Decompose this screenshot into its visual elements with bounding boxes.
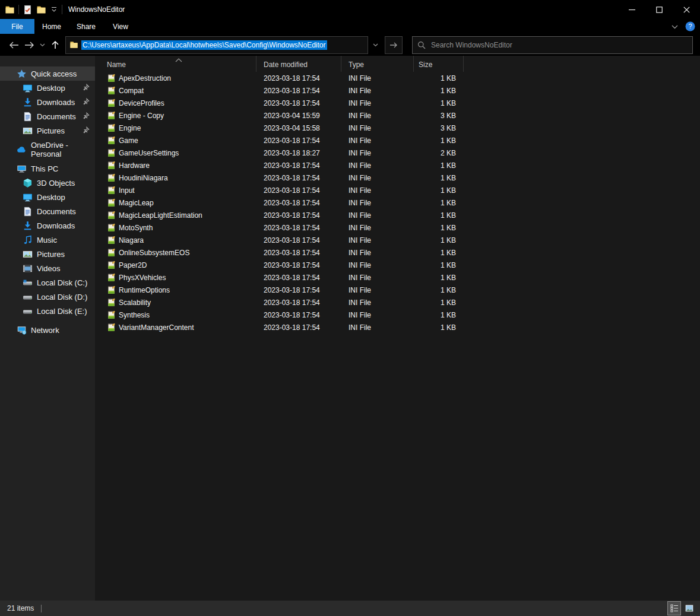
close-button[interactable] [673,0,700,19]
large-icons-view-button[interactable] [683,602,695,615]
file-size: 3 KB [414,124,464,132]
sidebar-item-label: Pictures [37,250,65,259]
sidebar-item-label: Network [31,326,59,335]
new-folder-icon[interactable] [36,5,46,15]
sidebar-item[interactable]: Network [0,323,95,337]
file-row[interactable]: Synthesis 2023-03-18 17:54 INI File 1 KB [95,309,700,321]
sidebar-item[interactable]: Music [0,233,95,247]
disk-icon [23,292,33,302]
sidebar-item[interactable]: Local Disk (D:) [0,290,95,304]
file-row[interactable]: Niagara 2023-03-18 17:54 INI File 1 KB [95,234,700,246]
file-row[interactable]: GameUserSettings 2023-03-18 18:27 INI Fi… [95,147,700,159]
sidebar-item-label: Pictures [37,126,65,135]
sidebar-item[interactable]: OneDrive - Personal [0,142,95,157]
file-type: INI File [341,136,414,145]
file-row[interactable]: HoudiniNiagara 2023-03-18 17:54 INI File… [95,172,700,184]
file-size: 1 KB [414,261,464,269]
search-box[interactable]: Search WindowsNoEditor [412,36,693,54]
address-bar[interactable]: C:\Users\artaxeus\AppData\Local\hotwheel… [65,36,368,54]
ribbon-tab[interactable]: View [103,19,138,34]
sidebar-item[interactable]: Videos [0,261,95,275]
ini-icon [107,236,116,245]
file-row[interactable]: Input 2023-03-18 17:54 INI File 1 KB [95,184,700,196]
file-row[interactable]: Compat 2023-03-18 17:54 INI File 1 KB [95,84,700,97]
sidebar-item-label: Downloads [37,98,75,107]
column-header-type[interactable]: Type [341,56,414,72]
file-size: 1 KB [414,323,464,332]
file-size: 1 KB [414,74,464,82]
back-button[interactable] [6,37,21,53]
sidebar-item[interactable]: Documents [0,109,95,123]
column-header-date-modified[interactable]: Date modified [256,56,341,72]
ribbon-tab[interactable]: Share [69,19,103,34]
pin-icon [82,126,90,134]
sidebar-item[interactable]: Quick access [0,66,95,81]
address-dropdown-chevron[interactable] [368,36,382,54]
column-headers: Name Date modified Type Size [95,56,700,72]
file-row[interactable]: OnlineSubsystemEOS 2023-03-18 17:54 INI … [95,246,700,259]
sidebar-item[interactable]: Local Disk (E:) [0,304,95,318]
maximize-button[interactable] [645,0,673,19]
forward-button[interactable] [21,37,37,53]
file-row[interactable]: RuntimeOptions 2023-03-18 17:54 INI File… [95,284,700,296]
recent-locations-chevron[interactable] [37,37,47,53]
file-type: INI File [341,124,414,132]
status-separator [41,605,42,612]
sidebar-item[interactable]: Pictures [0,123,95,138]
file-name: MotoSynth [119,224,153,232]
file-type: INI File [341,323,414,332]
ribbon-tab[interactable]: File [0,19,34,34]
ini-icon [107,223,116,232]
file-row[interactable]: Engine 2023-03-04 15:58 INI File 3 KB [95,122,700,134]
file-row[interactable]: DeviceProfiles 2023-03-18 17:54 INI File… [95,97,700,109]
file-date-modified: 2023-03-18 18:27 [256,149,341,157]
sidebar-item[interactable]: Documents [0,204,95,218]
expand-ribbon-chevron-icon[interactable] [672,23,678,31]
sidebar-item[interactable]: Downloads [0,95,95,109]
sidebar-item-label: Quick access [31,69,77,78]
file-row[interactable]: PhysXVehicles 2023-03-18 17:54 INI File … [95,271,700,284]
file-row[interactable]: MagicLeap 2023-03-18 17:54 INI File 1 KB [95,196,700,209]
file-name: Paper2D [119,261,147,269]
sidebar-item[interactable]: Desktop [0,81,95,95]
column-header-size[interactable]: Size [414,56,464,72]
file-type: INI File [341,74,414,82]
sidebar-item[interactable]: Local Disk (C:) [0,275,95,290]
column-header-name[interactable]: Name [95,56,256,72]
sidebar-item[interactable]: Pictures [0,247,95,261]
file-row[interactable]: MagicLeapLightEstimation 2023-03-18 17:5… [95,209,700,221]
file-row[interactable]: ApexDestruction 2023-03-18 17:54 INI Fil… [95,72,700,84]
ini-icon [107,310,116,319]
ribbon-tab[interactable]: Home [34,19,69,34]
help-icon[interactable]: ? [685,21,695,31]
file-name: Synthesis [119,311,150,319]
file-row[interactable]: Engine - Copy 2023-03-04 15:59 INI File … [95,109,700,122]
go-to-button[interactable] [385,36,403,54]
file-name: MagicLeapLightEstimation [119,211,202,220]
file-date-modified: 2023-03-18 17:54 [256,249,341,257]
sidebar-item[interactable]: 3D Objects [0,176,95,190]
file-row[interactable]: MotoSynth 2023-03-18 17:54 INI File 1 KB [95,221,700,234]
minimize-button[interactable] [618,0,645,19]
ini-icon [107,211,116,220]
search-icon [417,41,426,49]
up-button[interactable] [47,37,63,53]
app-folder-icon [5,5,15,15]
file-type: INI File [341,236,414,245]
file-row[interactable]: Paper2D 2023-03-18 17:54 INI File 1 KB [95,259,700,271]
ini-icon [107,323,116,332]
customize-qat-chevron-icon[interactable] [50,7,58,12]
sidebar-item[interactable]: Downloads [0,218,95,233]
ribbon-tab-label: Home [42,23,61,31]
file-row[interactable]: VariantManagerContent 2023-03-18 17:54 I… [95,321,700,334]
file-row[interactable]: Hardware 2023-03-18 17:54 INI File 1 KB [95,159,700,172]
sidebar-item[interactable]: This PC [0,161,95,176]
file-row[interactable]: Game 2023-03-18 17:54 INI File 1 KB [95,134,700,147]
file-row[interactable]: Scalability 2023-03-18 17:54 INI File 1 … [95,296,700,309]
details-view-button[interactable] [668,602,680,615]
address-path-text[interactable]: C:\Users\artaxeus\AppData\Local\hotwheel… [81,40,327,50]
properties-check-icon[interactable] [23,5,33,15]
sidebar-item[interactable]: Desktop [0,190,95,204]
file-type: INI File [341,311,414,319]
pin-icon [82,112,90,120]
